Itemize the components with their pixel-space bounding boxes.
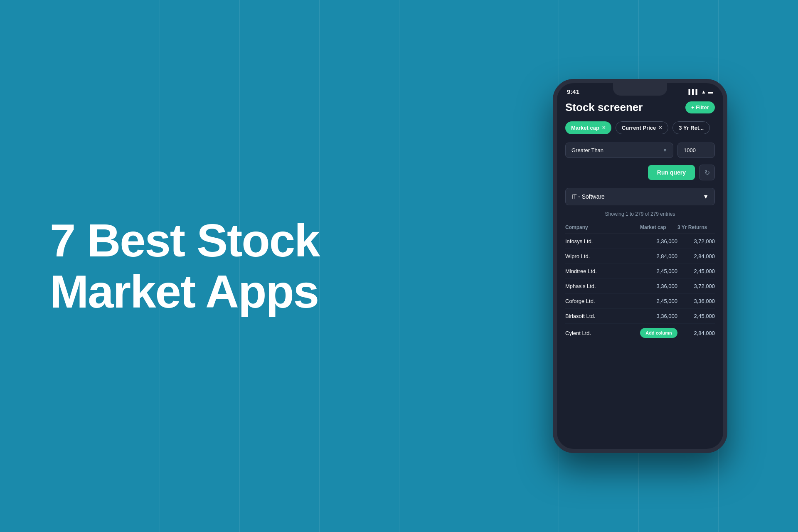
app-title: Stock screener: [565, 101, 643, 114]
table-row[interactable]: Infosys Ltd. 3,36,000 3,72,000: [565, 234, 715, 249]
signal-icon: ▌▌▌: [689, 89, 699, 95]
app-header: Stock screener + Filter: [565, 101, 715, 114]
phone-section: 9:41 ▌▌▌ ▲ ▬ Stock screener + Filter Mar…: [532, 79, 748, 453]
entries-info: Showing 1 to 279 of 279 entries: [565, 211, 715, 217]
table-row[interactable]: Mphasis Ltd. 3,36,000 3,72,000: [565, 279, 715, 294]
stock-table: Company Market cap 3 Yr Returns Infosys …: [565, 221, 715, 342]
table-row[interactable]: Birlasoft Ltd. 3,36,000 2,45,000: [565, 309, 715, 324]
run-query-button[interactable]: Run query: [648, 165, 695, 180]
sector-dropdown-arrow: ▼: [703, 193, 709, 200]
app-content: Stock screener + Filter Market cap ✕ Cur…: [557, 98, 723, 350]
phone-notch: [613, 83, 667, 96]
table-row[interactable]: Wipro Ltd. 2,84,000 2,84,000: [565, 249, 715, 264]
table-row[interactable]: Mindtree Ltd. 2,45,000 2,45,000: [565, 264, 715, 279]
filter-chips: Market cap ✕ Current Price ✕ 3 Yr Ret...: [565, 121, 715, 134]
hero-title: 7 Best Stock Market Apps: [50, 215, 532, 317]
wifi-icon: ▲: [701, 89, 706, 95]
add-column-button[interactable]: Add column: [640, 328, 677, 338]
phone-frame: 9:41 ▌▌▌ ▲ ▬ Stock screener + Filter Mar…: [553, 79, 727, 453]
table-row[interactable]: Coforge Ltd. 2,45,000 3,36,000: [565, 294, 715, 309]
status-time: 9:41: [567, 88, 579, 95]
sector-dropdown[interactable]: IT - Software ▼: [565, 188, 715, 205]
filter-row: Greater Than ▼ 1000: [565, 143, 715, 158]
refresh-button[interactable]: ↻: [699, 165, 715, 180]
table-row[interactable]: Cyient Ltd. Add column 2,84,000: [565, 324, 715, 342]
chip-current-price-close[interactable]: ✕: [658, 125, 662, 131]
filter-button[interactable]: + Filter: [685, 101, 715, 113]
condition-dropdown-arrow: ▼: [663, 148, 667, 153]
chip-current-price[interactable]: Current Price ✕: [616, 121, 668, 134]
hero-section: 7 Best Stock Market Apps: [0, 215, 532, 317]
filter-value-input[interactable]: 1000: [677, 143, 715, 158]
table-header: Company Market cap 3 Yr Returns: [565, 221, 715, 234]
status-icons: ▌▌▌ ▲ ▬: [689, 89, 713, 95]
chip-market-cap[interactable]: Market cap ✕: [565, 121, 611, 134]
chip-market-cap-close[interactable]: ✕: [602, 125, 606, 131]
chip-3yr-returns[interactable]: 3 Yr Ret...: [672, 121, 710, 134]
condition-dropdown[interactable]: Greater Than ▼: [565, 143, 673, 158]
run-query-row: Run query ↻: [565, 165, 715, 180]
battery-icon: ▬: [708, 89, 713, 95]
